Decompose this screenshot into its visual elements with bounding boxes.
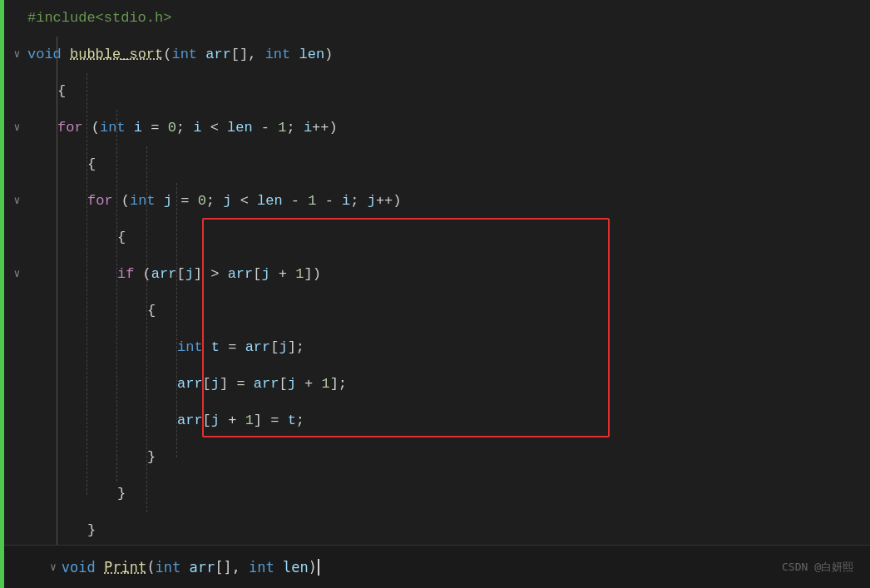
code-token: arr <box>228 256 254 293</box>
line-item: arr [ j ] = arr [ j + 1 ]; <box>27 366 870 403</box>
code-token: j <box>223 183 231 220</box>
code-token: } <box>147 439 156 476</box>
code-token: } <box>87 512 96 549</box>
line-item: { <box>27 220 870 256</box>
code-token: ( <box>113 183 130 220</box>
code-token: int <box>130 183 156 220</box>
line-item: ∨ for ( int j = 0 ; j < len - 1 - i ; j … <box>27 183 870 220</box>
cursor <box>318 559 319 576</box>
code-token: { <box>87 146 96 183</box>
code-token: { <box>57 73 66 110</box>
code-token: arr <box>254 366 279 403</box>
code-token: int <box>100 110 126 146</box>
code-token: ; <box>206 183 223 220</box>
code-token: arr <box>177 366 203 403</box>
code-token: [ <box>203 403 211 439</box>
code-token: ( <box>83 110 100 146</box>
code-token: ] = <box>220 366 254 403</box>
code-token: int <box>177 329 203 366</box>
code-token: { <box>147 293 156 329</box>
code-token: t <box>288 403 296 439</box>
code-token: void <box>62 559 96 576</box>
fold-arrow-for2[interactable]: ∨ <box>7 183 27 220</box>
code-token: + <box>220 403 245 439</box>
code-token: if <box>117 256 134 293</box>
code-token: j <box>211 403 220 439</box>
code-token: j <box>156 183 172 220</box>
code-token: j <box>211 366 220 403</box>
code-token: int <box>265 37 291 73</box>
code-token: ( <box>146 559 155 576</box>
code-token: 1 <box>308 183 316 220</box>
code-token: [ <box>203 366 211 403</box>
code-token: j <box>368 183 376 220</box>
code-token: = <box>172 183 198 220</box>
code-token: + <box>296 366 322 403</box>
code-token: ]; <box>288 329 304 366</box>
code-token: ; <box>296 403 304 439</box>
code-token: ( <box>163 37 171 73</box>
code-area: #include<stdio.h> ∨ void bubble_sort ( i… <box>0 0 870 588</box>
code-token: i <box>126 110 142 146</box>
code-token: len <box>274 559 309 576</box>
line-item: } <box>27 439 870 476</box>
code-token: - <box>253 110 279 146</box>
code-token: #include<stdio.h> <box>27 0 171 37</box>
code-token: ; <box>286 110 303 146</box>
code-token: [], <box>215 559 249 576</box>
code-token: j <box>288 366 296 403</box>
code-token: = <box>142 110 168 146</box>
code-token: [ <box>253 256 261 293</box>
fold-arrow-bubble-sort[interactable]: ∨ <box>7 37 27 73</box>
code-token: len <box>290 37 324 73</box>
code-token: int <box>155 559 180 576</box>
line-item: arr [ j + 1 ] = t ; <box>27 403 870 439</box>
line-item: ∨ if ( arr [ j ] > arr [ j + 1 ]) <box>27 256 870 293</box>
code-token: void <box>27 37 62 73</box>
line-item: { <box>27 293 870 329</box>
code-token: ( <box>134 256 151 293</box>
line-item: ∨ void bubble_sort ( int arr [], int len… <box>27 37 870 73</box>
code-token: = <box>220 329 245 366</box>
fold-arrow-if[interactable]: ∨ <box>7 256 27 293</box>
green-bar <box>0 0 4 588</box>
bottom-bar: ∨ void Print ( int arr [], int len ) CSD… <box>0 545 870 588</box>
code-token: 0 <box>198 183 206 220</box>
line-item: } <box>27 512 870 549</box>
code-token: j <box>261 256 269 293</box>
code-token <box>62 37 70 73</box>
code-token: ] = <box>254 403 288 439</box>
code-token: 1 <box>278 110 286 146</box>
code-token: ) <box>309 559 317 576</box>
code-token: + <box>270 256 296 293</box>
line-item: int t = arr [ j ]; <box>27 329 870 366</box>
code-token: 1 <box>295 256 304 293</box>
code-token: [ <box>279 366 287 403</box>
code-token: [ <box>176 256 185 293</box>
code-token: ]) <box>304 256 320 293</box>
code-token: - <box>283 183 309 220</box>
code-token: ; <box>350 183 367 220</box>
code-token: arr <box>180 559 215 576</box>
code-token: arr <box>151 256 177 293</box>
watermark: CSDN @白妍熙 <box>782 560 870 575</box>
code-token: i <box>193 110 201 146</box>
code-token: arr <box>245 329 271 366</box>
line-item: } <box>27 476 870 512</box>
line-item: { <box>27 146 870 183</box>
code-token: j <box>279 329 287 366</box>
code-token: ++) <box>312 110 338 146</box>
fold-arrow-include[interactable] <box>7 0 27 37</box>
fold-arrow-for1[interactable]: ∨ <box>7 110 27 146</box>
code-token: 1 <box>321 366 329 403</box>
code-token: j <box>185 256 194 293</box>
code-token: int <box>171 37 197 73</box>
editor: #include<stdio.h> ∨ void bubble_sort ( i… <box>0 0 870 588</box>
code-token: < <box>201 110 227 146</box>
line-item: ∨ for ( int i = 0 ; i < len - 1 ; i ++) <box>27 110 870 146</box>
code-token: - <box>316 183 342 220</box>
bottom-code-line: ∨ void Print ( int arr [], int len ) <box>4 559 782 576</box>
code-token: { <box>117 220 126 256</box>
fold-arrow-print[interactable]: ∨ <box>50 561 57 573</box>
code-token: for <box>87 183 113 220</box>
